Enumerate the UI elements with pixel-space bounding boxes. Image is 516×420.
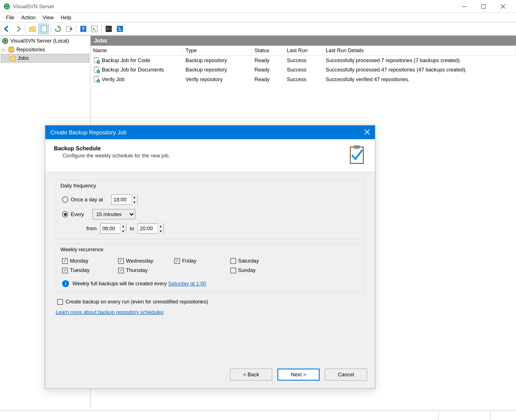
- menu-action[interactable]: Action: [18, 14, 39, 21]
- statusbar: [0, 410, 516, 420]
- up-folder-button[interactable]: [27, 24, 37, 34]
- checkbox-icon: [174, 258, 180, 264]
- cancel-button[interactable]: Cancel: [325, 369, 367, 381]
- job-status: Ready: [252, 66, 284, 74]
- tree-root-label: VisualSVN Server (Local): [10, 38, 69, 44]
- every-interval-select[interactable]: 15 minutes: [92, 209, 135, 219]
- spinner-icon[interactable]: ▲▼: [131, 195, 137, 205]
- from-time-input[interactable]: ▲▼: [100, 223, 127, 233]
- checkbox-icon: [62, 258, 68, 264]
- tree-repositories[interactable]: ▷ Repositories: [0, 45, 90, 54]
- col-lastrun[interactable]: Last Run: [284, 46, 323, 55]
- weekly-recurrence-group: Weekly recurrence MondayWednesdayFridayS…: [56, 244, 364, 293]
- create-backup-every-run-checkbox[interactable]: Create backup on every run (even for unm…: [57, 299, 363, 305]
- checkbox-icon: [118, 267, 124, 273]
- dialog-header: Backup Schedule Configure the weekly sch…: [45, 139, 375, 172]
- refresh-button[interactable]: [53, 24, 63, 34]
- spinner-icon[interactable]: ▲▼: [158, 223, 163, 233]
- to-time-input[interactable]: ▲▼: [138, 223, 164, 233]
- back-button[interactable]: < Back: [230, 369, 272, 381]
- full-backup-schedule-link[interactable]: Saturday at 1:00: [168, 281, 206, 287]
- job-icon: [93, 76, 100, 83]
- titlebar: VisualSVN Server: [0, 0, 516, 13]
- from-time-field[interactable]: [100, 225, 120, 231]
- svg-point-18: [4, 40, 6, 42]
- col-type[interactable]: Type: [183, 46, 252, 55]
- svg-point-2: [6, 5, 8, 7]
- learn-more-link[interactable]: Learn more about backup repository sched…: [56, 309, 163, 315]
- to-time-field[interactable]: [138, 225, 157, 231]
- powershell-button[interactable]: [115, 24, 125, 34]
- checkbox-monday[interactable]: Monday: [62, 258, 118, 264]
- dialog-subheading: Configure the weekly schedule for the ne…: [54, 153, 349, 159]
- checkbox-icon: [62, 267, 68, 273]
- toolbar: ? C:\: [0, 22, 516, 35]
- col-details[interactable]: Last Run Details: [323, 46, 516, 55]
- svg-text:?: ?: [82, 26, 85, 32]
- svg-text:C:\: C:\: [106, 27, 111, 31]
- maximize-button[interactable]: [474, 0, 493, 13]
- app-icon: [2, 37, 9, 44]
- checkbox-wednesday[interactable]: Wednesday: [118, 258, 174, 264]
- daily-frequency-label: Daily frequency: [56, 180, 364, 190]
- checkbox-thursday[interactable]: Thursday: [118, 267, 174, 273]
- job-type: Verify repository: [183, 75, 252, 83]
- clipboard-check-icon: [349, 145, 366, 165]
- svg-rect-4: [481, 4, 485, 8]
- close-button[interactable]: [493, 0, 512, 13]
- tree-root[interactable]: VisualSVN Server (Local): [0, 37, 90, 45]
- cmd-button[interactable]: C:\: [104, 24, 114, 34]
- dialog-close-button[interactable]: [364, 129, 370, 136]
- tree-repositories-label: Repositories: [16, 47, 45, 52]
- dialog-title: Create Backup Repository Job: [51, 129, 127, 136]
- table-row[interactable]: Backup Job for CodeBackup repositoryRead…: [91, 56, 516, 65]
- tree-jobs[interactable]: Jobs: [1, 54, 89, 62]
- checkbox-saturday[interactable]: Saturday: [230, 258, 287, 264]
- show-tree-button[interactable]: [38, 24, 49, 34]
- table-row[interactable]: Verify JobVerify repositoryReadySuccessS…: [91, 75, 516, 84]
- day-label: Wednesday: [126, 258, 153, 264]
- next-button[interactable]: Next >: [277, 369, 320, 381]
- weekly-info-text: Weekly full backups will be created ever…: [72, 281, 168, 287]
- day-label: Saturday: [238, 258, 259, 264]
- once-a-day-time-input[interactable]: ▲▼: [111, 195, 138, 205]
- checkbox-sunday[interactable]: Sunday: [230, 267, 287, 273]
- console-button[interactable]: [89, 24, 100, 34]
- dialog-buttons: < Back Next > Cancel: [45, 363, 375, 388]
- every-label: Every: [71, 211, 90, 217]
- job-details: Successfully verified 47 repositories.: [323, 75, 516, 83]
- help-button[interactable]: ?: [78, 24, 88, 34]
- day-label: Thursday: [126, 267, 148, 273]
- job-type: Backup repository: [183, 56, 252, 64]
- table-row[interactable]: Backup Job for DocumentsBackup repositor…: [91, 65, 516, 75]
- svg-rect-27: [95, 76, 97, 77]
- forward-button[interactable]: [13, 24, 23, 34]
- repositories-icon: [8, 46, 14, 53]
- once-time-field[interactable]: [112, 197, 131, 202]
- export-button[interactable]: [64, 24, 74, 34]
- expand-icon[interactable]: ▷: [2, 47, 6, 52]
- job-lastrun: Success: [284, 66, 323, 74]
- radio-once-a-day[interactable]: [62, 197, 68, 202]
- back-button[interactable]: [2, 24, 12, 34]
- checkbox-friday[interactable]: Friday: [174, 258, 230, 264]
- radio-every[interactable]: [62, 211, 68, 217]
- menu-file[interactable]: File: [3, 14, 18, 21]
- to-label: to: [130, 225, 134, 231]
- weekly-info-row: i Weekly full backups will be created ev…: [62, 278, 358, 287]
- day-label: Tuesday: [70, 267, 89, 273]
- job-status: Ready: [252, 56, 284, 64]
- job-lastrun: Success: [284, 75, 323, 83]
- svg-rect-24: [95, 66, 97, 68]
- svg-rect-21: [95, 57, 97, 58]
- col-name[interactable]: Name: [91, 46, 183, 55]
- checkbox-icon: [230, 258, 236, 264]
- app-icon: [3, 3, 10, 10]
- spinner-icon[interactable]: ▲▼: [120, 223, 126, 233]
- col-status[interactable]: Status: [252, 46, 284, 55]
- menubar: File Action View Help: [0, 13, 516, 22]
- checkbox-tuesday[interactable]: Tuesday: [62, 267, 118, 273]
- menu-help[interactable]: Help: [57, 14, 75, 21]
- menu-view[interactable]: View: [39, 14, 57, 21]
- minimize-button[interactable]: [454, 0, 474, 13]
